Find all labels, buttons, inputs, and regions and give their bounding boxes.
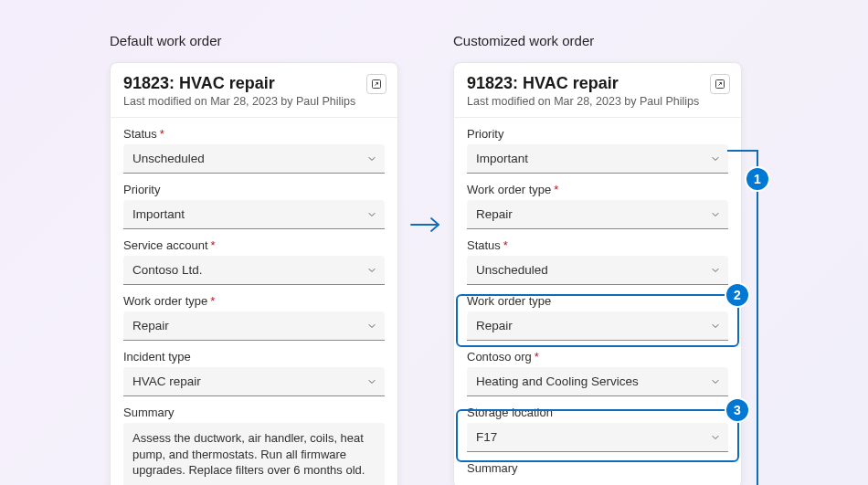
customized-card-header: 91823: HVAC repair Last modified on Mar … [454, 63, 741, 118]
field-label: Contoso org* [467, 350, 728, 364]
callout-badge-3: 3 [726, 399, 748, 421]
select-input[interactable]: Repair [467, 200, 728, 229]
required-asterisk: * [535, 350, 539, 364]
form-field: PriorityImportant [123, 183, 385, 229]
form-field: Incident typeHVAC repair [123, 350, 385, 396]
field-label: Incident type [123, 350, 385, 364]
summary-textarea[interactable]: Assess the ductwork, air handler, coils,… [123, 423, 385, 485]
callout-badge-1: 1 [746, 168, 768, 190]
default-card-body: Status*UnscheduledPriorityImportantServi… [111, 118, 397, 485]
required-asterisk: * [503, 238, 508, 252]
chevron-down-icon [366, 153, 377, 164]
callout-rail [757, 150, 758, 485]
field-label: Summary [123, 406, 385, 419]
select-input[interactable]: Repair [467, 311, 728, 341]
field-label: Priority [467, 127, 728, 141]
form-field: Status*Unscheduled [123, 127, 385, 174]
card-subtitle: Last modified on Mar 28, 2023 by Paul Ph… [467, 95, 728, 108]
required-asterisk: * [554, 183, 558, 196]
select-input[interactable]: HVAC repair [123, 367, 385, 396]
chevron-down-icon [710, 265, 721, 276]
select-input[interactable]: Unscheduled [467, 256, 728, 285]
chevron-down-icon [366, 209, 377, 220]
select-input[interactable]: F17 [467, 423, 728, 452]
customized-card: 91823: HVAC repair Last modified on Mar … [453, 62, 742, 485]
form-field: Contoso org*Heating and Cooling Services [467, 350, 728, 396]
field-label: Work order type [467, 294, 728, 308]
field-label: Status* [467, 238, 728, 252]
form-field: Work order type*Repair [467, 183, 728, 229]
field-label: Work order type* [123, 294, 385, 308]
chevron-down-icon [710, 153, 721, 164]
select-input[interactable]: Heating and Cooling Services [467, 367, 728, 396]
select-input[interactable]: Contoso Ltd. [123, 256, 385, 285]
left-heading: Default work order [110, 33, 398, 53]
card-title: 91823: HVAC repair [467, 74, 728, 93]
popout-icon[interactable] [366, 74, 386, 94]
field-label: Work order type* [467, 183, 728, 196]
field-label: Priority [123, 183, 385, 196]
chevron-down-icon [710, 432, 721, 443]
chevron-down-icon [366, 321, 377, 332]
required-asterisk: * [160, 127, 164, 141]
field-label: Service account* [123, 238, 385, 252]
form-field-summary: SummaryAssess the ductwork, air handler,… [123, 406, 385, 485]
required-asterisk: * [210, 294, 215, 308]
chevron-down-icon [366, 265, 377, 276]
popout-icon[interactable] [710, 74, 730, 94]
arrow-icon [398, 33, 453, 234]
chevron-down-icon [710, 209, 721, 220]
form-field: PriorityImportant [467, 127, 728, 174]
callout-badge-2: 2 [726, 284, 748, 306]
form-field: Work order typeRepair [467, 294, 728, 341]
form-field: Service account*Contoso Ltd. [123, 238, 385, 285]
chevron-down-icon [710, 376, 721, 387]
select-input[interactable]: Repair [123, 311, 385, 341]
customized-card-body: PriorityImportantWork order type*RepairS… [454, 118, 741, 485]
default-work-order-column: Default work order 91823: HVAC repair La… [110, 33, 398, 485]
right-heading: Customized work order [453, 33, 742, 53]
card-subtitle: Last modified on Mar 28, 2023 by Paul Ph… [123, 95, 385, 108]
default-card: 91823: HVAC repair Last modified on Mar … [110, 62, 398, 485]
required-asterisk: * [211, 238, 216, 252]
form-field-summary: Summary [467, 461, 728, 475]
field-label: Status* [123, 127, 385, 141]
customized-work-order-column: Customized work order 91823: HVAC repair… [453, 33, 742, 485]
select-input[interactable]: Important [467, 144, 728, 174]
form-field: Storage locationF17 [467, 406, 728, 452]
default-card-header: 91823: HVAC repair Last modified on Mar … [111, 63, 397, 118]
field-label: Storage location [467, 406, 728, 419]
field-label: Summary [467, 461, 728, 475]
card-title: 91823: HVAC repair [123, 74, 385, 93]
chevron-down-icon [366, 376, 377, 387]
select-input[interactable]: Important [123, 200, 385, 229]
chevron-down-icon [710, 321, 721, 332]
form-field: Status*Unscheduled [467, 238, 728, 285]
select-input[interactable]: Unscheduled [123, 144, 385, 174]
callout-rail-top [727, 150, 758, 152]
form-field: Work order type*Repair [123, 294, 385, 341]
